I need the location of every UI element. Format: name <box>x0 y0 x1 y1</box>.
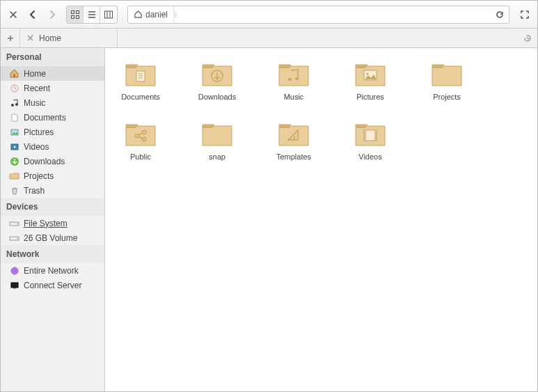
svg-point-7 <box>11 104 14 107</box>
sidebar-item-network[interactable]: Entire Network <box>1 263 104 278</box>
folder-label: Videos <box>358 152 381 161</box>
sidebar-label: Connect Server <box>24 281 81 290</box>
path-bar[interactable]: daniel <box>127 6 509 24</box>
sidebar-section-personal: Personal <box>1 48 104 66</box>
forward-button[interactable] <box>44 6 61 23</box>
folder-item[interactable]: Music <box>269 61 318 101</box>
pictures-icon <box>9 127 19 137</box>
sidebar-item-projects[interactable]: Projects <box>1 168 104 183</box>
drive-icon <box>9 233 19 243</box>
sidebar-label: Home <box>24 69 46 79</box>
trash-icon <box>9 185 19 196</box>
sidebar-item-trash[interactable]: Trash <box>1 183 104 198</box>
sidebar-item-pictures[interactable]: Pictures <box>1 125 104 139</box>
sidebar-label: Entire Network <box>24 266 79 276</box>
folder-label: Downloads <box>198 93 236 101</box>
svg-rect-18 <box>11 283 18 288</box>
sidebar-item-filesystem[interactable]: File System <box>1 216 104 230</box>
tab-home[interactable]: Home <box>20 29 118 47</box>
main-area: Personal Home Recent Music Documents Pic… <box>1 48 537 391</box>
back-button[interactable] <box>24 6 41 23</box>
svg-point-10 <box>13 131 14 132</box>
new-tab-button[interactable] <box>1 29 20 47</box>
top-toolbar: daniel <box>1 1 537 29</box>
videos-icon <box>9 141 19 152</box>
sidebar-item-connect-server[interactable]: Connect Server <box>1 278 104 292</box>
sidebar-label: Documents <box>24 113 66 123</box>
path-crumb-label: daniel <box>145 10 168 19</box>
svg-rect-19 <box>13 288 16 289</box>
content-pane[interactable]: DocumentsDownloadsMusicPicturesProjectsP… <box>105 48 537 391</box>
folder-icon <box>354 120 387 148</box>
folder-item[interactable]: Pictures <box>346 61 395 101</box>
sidebar-item-downloads[interactable]: Downloads <box>1 154 104 168</box>
column-view-button[interactable] <box>100 6 117 23</box>
folder-label: snap <box>209 152 226 161</box>
svg-rect-1 <box>76 10 79 13</box>
folder-item[interactable]: snap <box>193 120 242 161</box>
svg-point-16 <box>17 237 18 239</box>
document-icon <box>9 112 19 123</box>
sidebar-label: File System <box>24 219 68 228</box>
home-icon <box>9 68 19 79</box>
folder-icon <box>277 120 310 148</box>
svg-point-14 <box>17 223 18 224</box>
svg-point-8 <box>15 103 18 106</box>
folder-icon <box>124 61 157 88</box>
folder-item[interactable]: Documents <box>116 61 165 101</box>
folder-icon <box>9 171 19 181</box>
sidebar-label: 26 GB Volume <box>24 233 77 243</box>
folder-icon <box>124 120 157 148</box>
sidebar: Personal Home Recent Music Documents Pic… <box>1 48 105 391</box>
svg-rect-4 <box>105 11 113 18</box>
tab-close-icon[interactable] <box>27 35 33 41</box>
sidebar-item-recent[interactable]: Recent <box>1 81 104 95</box>
sidebar-item-home[interactable]: Home <box>1 66 104 81</box>
sidebar-label: Recent <box>24 84 50 93</box>
sidebar-section-devices: Devices <box>1 198 104 216</box>
folder-label: Pictures <box>356 93 384 101</box>
history-button[interactable] <box>518 29 537 47</box>
folder-item[interactable]: Templates <box>269 120 318 161</box>
list-view-button[interactable] <box>84 6 100 23</box>
svg-rect-3 <box>76 15 79 18</box>
view-mode-group <box>66 6 118 24</box>
folder-label: Projects <box>433 93 461 101</box>
sidebar-label: Projects <box>24 171 54 181</box>
folder-label: Music <box>284 93 304 101</box>
close-button[interactable] <box>5 6 22 23</box>
sidebar-item-videos[interactable]: Videos <box>1 139 104 154</box>
sidebar-label: Music <box>24 98 45 108</box>
tab-strip: Home <box>1 29 537 48</box>
folder-item[interactable]: Downloads <box>193 61 242 101</box>
folder-label: Public <box>130 152 151 161</box>
tab-label: Home <box>39 33 61 43</box>
sidebar-item-volume[interactable]: 26 GB Volume <box>1 230 104 245</box>
folder-icon <box>430 61 464 88</box>
download-icon <box>9 156 19 166</box>
fullscreen-button[interactable] <box>516 6 533 23</box>
icon-view-button[interactable] <box>67 6 84 23</box>
sidebar-item-documents[interactable]: Documents <box>1 110 104 125</box>
folder-item[interactable]: Public <box>116 120 165 161</box>
folder-icon <box>200 61 234 88</box>
folder-icon <box>277 61 310 88</box>
sidebar-item-music[interactable]: Music <box>1 95 104 110</box>
globe-icon <box>9 265 19 276</box>
clock-icon <box>9 83 19 93</box>
folder-item[interactable]: Videos <box>346 120 395 161</box>
folder-icon <box>354 61 387 88</box>
sidebar-label: Downloads <box>24 157 65 166</box>
drive-icon <box>9 218 19 228</box>
sidebar-label: Videos <box>24 142 49 152</box>
svg-rect-2 <box>71 15 74 18</box>
sidebar-label: Trash <box>24 186 45 196</box>
folder-icon <box>200 120 234 148</box>
folder-item[interactable]: Projects <box>422 61 471 101</box>
folder-label: Documents <box>121 93 160 101</box>
folder-label: Templates <box>276 152 311 161</box>
svg-rect-5 <box>13 75 15 77</box>
sidebar-section-network: Network <box>1 245 104 263</box>
path-crumb-home[interactable]: daniel <box>128 6 174 23</box>
reload-button[interactable] <box>491 10 509 19</box>
